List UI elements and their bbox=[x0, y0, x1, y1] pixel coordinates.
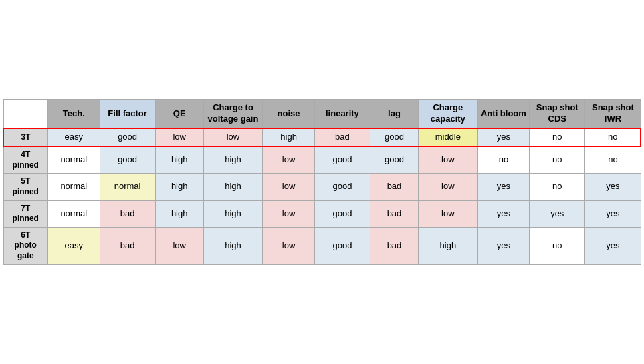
header-empty bbox=[3, 100, 47, 128]
cell-anti-bloom: yes bbox=[477, 128, 530, 146]
cell-qe: high bbox=[155, 200, 203, 227]
cell-snapshot-cds: no bbox=[530, 146, 585, 174]
tech-cell: 4T pinned bbox=[3, 146, 47, 174]
cell-snapshot-cds: no bbox=[530, 227, 585, 264]
cell-qe: low bbox=[155, 128, 203, 146]
header-noise: noise bbox=[263, 100, 315, 128]
table-row: 4T pinnednormalgoodhighhighlowgoodgoodlo… bbox=[3, 146, 641, 174]
cell-charge-voltage: low bbox=[203, 128, 263, 146]
cell-tech: easy bbox=[47, 128, 100, 146]
cell-charge-voltage: high bbox=[203, 200, 263, 227]
table-row: 6T photo gateeasybadlowhighlowgoodbadhig… bbox=[3, 227, 641, 264]
header-charge-cap: Charge capacity bbox=[419, 100, 478, 128]
cell-qe: high bbox=[155, 174, 203, 200]
table-header: Tech.Fill factorQECharge to voltage gain… bbox=[3, 100, 641, 128]
cell-snapshot-iwr: no bbox=[585, 146, 641, 174]
cell-qe: high bbox=[155, 146, 203, 174]
cell-noise: low bbox=[263, 227, 315, 264]
cell-anti-bloom: yes bbox=[477, 200, 530, 227]
header-fill-factor: Fill factor bbox=[100, 100, 155, 128]
header-snapshot-cds: Snap shot CDS bbox=[530, 100, 585, 128]
cell-snapshot-cds: no bbox=[530, 128, 585, 146]
cell-charge-voltage: high bbox=[203, 174, 263, 200]
cell-charge-cap: middle bbox=[419, 128, 478, 146]
cell-snapshot-cds: no bbox=[530, 174, 585, 200]
cell-fill-factor: normal bbox=[100, 174, 155, 200]
cell-snapshot-iwr: yes bbox=[585, 227, 641, 264]
cell-noise: low bbox=[263, 146, 315, 174]
cell-tech: normal bbox=[47, 174, 100, 200]
cell-charge-cap: low bbox=[419, 146, 478, 174]
header-anti-bloom: Anti bloom bbox=[477, 100, 530, 128]
table-wrapper: Tech.Fill factorQECharge to voltage gain… bbox=[0, 96, 644, 267]
cell-qe: low bbox=[155, 227, 203, 264]
cell-snapshot-cds: yes bbox=[530, 200, 585, 227]
cell-noise: low bbox=[263, 200, 315, 227]
header-row: Tech.Fill factorQECharge to voltage gain… bbox=[3, 100, 641, 128]
cell-charge-voltage: high bbox=[203, 227, 263, 264]
table-row: 7T pinnednormalbadhighhighlowgoodbadlowy… bbox=[3, 200, 641, 227]
header-charge-voltage: Charge to voltage gain bbox=[203, 100, 263, 128]
tech-cell: 6T photo gate bbox=[3, 227, 47, 264]
table-body: 3Teasygoodlowlowhighbadgoodmiddleyesnono… bbox=[3, 128, 641, 264]
cell-lag: good bbox=[370, 146, 418, 174]
tech-cell: 7T pinned bbox=[3, 200, 47, 227]
cell-fill-factor: good bbox=[100, 146, 155, 174]
cell-charge-cap: low bbox=[419, 200, 478, 227]
cell-fill-factor: good bbox=[100, 128, 155, 146]
cell-snapshot-iwr: no bbox=[585, 128, 641, 146]
cell-tech: normal bbox=[47, 200, 100, 227]
cell-lag: good bbox=[370, 128, 418, 146]
cell-charge-cap: high bbox=[419, 227, 478, 264]
cell-charge-voltage: high bbox=[203, 146, 263, 174]
cell-anti-bloom: yes bbox=[477, 174, 530, 200]
header-linearity: linearity bbox=[314, 100, 370, 128]
table-row: 5T pinnednormalnormalhighhighlowgoodbadl… bbox=[3, 174, 641, 200]
cell-lag: bad bbox=[370, 227, 418, 264]
cell-lag: bad bbox=[370, 174, 418, 200]
header-qe: QE bbox=[155, 100, 203, 128]
header-tech: Tech. bbox=[47, 100, 100, 128]
comparison-table: Tech.Fill factorQECharge to voltage gain… bbox=[3, 99, 641, 264]
cell-noise: low bbox=[263, 174, 315, 200]
cell-charge-cap: low bbox=[419, 174, 478, 200]
cell-anti-bloom: yes bbox=[477, 227, 530, 264]
cell-fill-factor: bad bbox=[100, 227, 155, 264]
cell-linearity: bad bbox=[314, 128, 370, 146]
tech-cell: 5T pinned bbox=[3, 174, 47, 200]
cell-linearity: good bbox=[314, 200, 370, 227]
cell-linearity: good bbox=[314, 146, 370, 174]
cell-fill-factor: bad bbox=[100, 200, 155, 227]
cell-tech: easy bbox=[47, 227, 100, 264]
cell-snapshot-iwr: yes bbox=[585, 200, 641, 227]
cell-snapshot-iwr: yes bbox=[585, 174, 641, 200]
cell-lag: bad bbox=[370, 200, 418, 227]
header-lag: lag bbox=[370, 100, 418, 128]
cell-linearity: good bbox=[314, 227, 370, 264]
cell-tech: normal bbox=[47, 146, 100, 174]
cell-linearity: good bbox=[314, 174, 370, 200]
header-snapshot-iwr: Snap shot IWR bbox=[585, 100, 641, 128]
cell-noise: high bbox=[263, 128, 315, 146]
table-row: 3Teasygoodlowlowhighbadgoodmiddleyesnono bbox=[3, 128, 641, 146]
tech-cell: 3T bbox=[3, 128, 47, 146]
cell-anti-bloom: no bbox=[477, 146, 530, 174]
